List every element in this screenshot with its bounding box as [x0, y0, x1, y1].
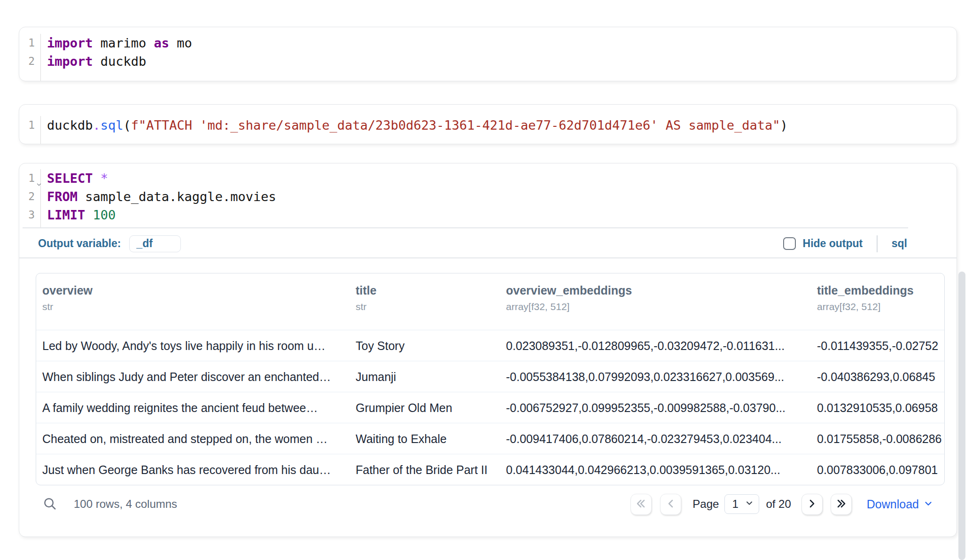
table-footer: 100 rows, 4 columns Page 1 of 20 [19, 489, 957, 520]
output-divider [19, 257, 957, 258]
function-token: sql [101, 118, 124, 132]
code-token: sample_data.kaggle.movies [78, 189, 276, 204]
cell-overview-embeddings: -0.006752927,0.099952355,-0.009982588,-0… [506, 392, 811, 423]
line-number: 3 [19, 206, 35, 224]
next-page-button[interactable] [801, 494, 823, 515]
line-number: 1 [19, 34, 35, 52]
page-number-select[interactable]: 1 [724, 494, 759, 514]
code-line: LIMIT 100 [47, 206, 276, 224]
column-header-overview-embeddings[interactable]: overview_embeddings array[f32, 512] [506, 273, 632, 312]
cell-title-embeddings: 0.007833006,0.097801 [817, 454, 944, 485]
cell-title: Father of the Bride Part II [356, 454, 501, 485]
code-editor[interactable]: 1 2 3 SELECT * FROM sample_data.kaggle.m… [19, 163, 957, 227]
cell-overview: A family wedding reignites the ancient f… [42, 392, 352, 423]
keyword-token: LIMIT [47, 208, 93, 222]
toolbar-divider [877, 235, 878, 252]
code-line: duckdb.sql(f"ATTACH 'md:_share/sample_da… [47, 116, 788, 134]
cell-toolbar-right: Hide output sql [783, 235, 907, 252]
column-type: str [42, 301, 93, 312]
cell-overview-embeddings: 0.023089351,-0.012809965,-0.03209472,-0.… [506, 330, 811, 361]
code-content: duckdb.sql(f"ATTACH 'md:_share/sample_da… [41, 116, 788, 144]
line-number-gutter: 1 [19, 116, 41, 144]
cell-overview: Cheated on, mistreated and stepped on, t… [42, 423, 352, 454]
code-line: import marimo as mo [47, 34, 192, 52]
sql-cell: 1 2 3 SELECT * FROM sample_data.kaggle.m… [19, 163, 957, 537]
column-type: array[f32, 512] [506, 301, 632, 312]
keyword-token: import [47, 36, 93, 50]
string-token: f"ATTACH 'md:_share/sample_data/23b0d623… [131, 118, 780, 132]
code-editor[interactable]: 1 2 import marimo as mo import duckdb [19, 27, 957, 81]
pagination: Page 1 of 20 Download [630, 494, 933, 515]
page-scrollbar-thumb[interactable] [958, 272, 965, 560]
chevrons-right-icon [835, 498, 847, 511]
editor-divider [23, 227, 908, 228]
line-number-gutter: 1 2 [19, 34, 41, 81]
code-token: mo [169, 36, 192, 50]
code-content: import marimo as mo import duckdb [41, 34, 192, 81]
code-content: SELECT * FROM sample_data.kaggle.movies … [41, 169, 276, 227]
table-row[interactable]: Just when George Banks has recovered fro… [36, 454, 944, 485]
table-row[interactable]: Cheated on, mistreated and stepped on, t… [36, 423, 944, 454]
code-line: import duckdb [47, 52, 192, 70]
hide-output-label: Hide output [803, 237, 863, 250]
table-row[interactable]: A family wedding reignites the ancient f… [36, 392, 944, 423]
last-page-button[interactable] [831, 494, 852, 515]
search-icon [43, 497, 57, 512]
cell-title-embeddings: 0.01755858,-0.0086286 [817, 423, 944, 454]
marimo-notebook: 1 2 import marimo as mo import duckdb 1 … [0, 0, 980, 560]
results-table: overview str title str overview_embeddin… [36, 273, 945, 485]
column-header-overview[interactable]: overview str [42, 273, 93, 312]
cell-overview-embeddings: 0.041433044,0.042966213,0.0039591365,0.0… [506, 454, 811, 485]
line-number: 1 [19, 116, 35, 134]
download-button[interactable]: Download [867, 497, 933, 512]
code-line: SELECT * [47, 169, 276, 187]
column-header-title[interactable]: title str [356, 273, 376, 312]
operator-token: * [101, 171, 108, 186]
keyword-token: FROM [47, 189, 78, 204]
chevron-left-icon [665, 498, 677, 511]
page-label: Page [692, 498, 719, 511]
table-row[interactable]: Led by Woody, Andy's toys live happily i… [36, 330, 944, 361]
code-token: duckdb [47, 118, 93, 132]
operator-token: . [93, 118, 101, 132]
output-variable-input[interactable] [129, 235, 181, 252]
code-token: duckdb [93, 54, 147, 69]
keyword-token: SELECT [47, 171, 101, 186]
cell-title: Toy Story [356, 330, 501, 361]
cell-overview: Just when George Banks has recovered fro… [42, 454, 352, 485]
column-type: array[f32, 512] [817, 301, 914, 312]
chevron-down-icon [923, 498, 933, 512]
line-number: 2 [19, 187, 35, 206]
cell-overview: When siblings Judy and Peter discover an… [42, 361, 352, 392]
page-number-value: 1 [732, 498, 745, 511]
chevron-right-icon [806, 498, 817, 511]
code-line: FROM sample_data.kaggle.movies [47, 187, 276, 206]
cell-toolbar: Output variable: Hide output sql [19, 230, 957, 257]
line-number: 1 [19, 169, 35, 187]
code-cell-attach: 1 duckdb.sql(f"ATTACH 'md:_share/sample_… [19, 104, 957, 144]
keyword-token: as [154, 36, 170, 50]
column-header-title-embeddings[interactable]: title_embeddings array[f32, 512] [817, 273, 914, 312]
cell-overview: Led by Woody, Andy's toys live happily i… [42, 330, 352, 361]
row-count-label: 100 rows, 4 columns [74, 498, 177, 511]
number-token: 100 [93, 208, 116, 222]
first-page-button[interactable] [630, 494, 652, 515]
code-token: marimo [93, 36, 154, 50]
output-variable-label: Output variable: [38, 237, 121, 250]
cell-title: Waiting to Exhale [356, 423, 501, 454]
cell-title: Jumanji [356, 361, 501, 392]
line-number: 2 [19, 52, 35, 70]
fold-chevron-icon[interactable] [36, 175, 42, 194]
download-label: Download [867, 498, 919, 511]
code-cell-imports: 1 2 import marimo as mo import duckdb [19, 27, 957, 81]
cell-overview-embeddings: -0.0055384138,0.07992093,0.023316627,0.0… [506, 361, 811, 392]
previous-page-button[interactable] [660, 494, 681, 515]
table-row[interactable]: When siblings Judy and Peter discover an… [36, 361, 944, 392]
column-type: str [356, 301, 376, 312]
search-button[interactable] [43, 497, 57, 512]
cell-title: Grumpier Old Men [356, 392, 501, 423]
chevron-down-icon [745, 498, 754, 510]
hide-output-checkbox[interactable] [783, 237, 796, 250]
table-header-row: overview str title str overview_embeddin… [36, 273, 944, 330]
code-editor[interactable]: 1 duckdb.sql(f"ATTACH 'md:_share/sample_… [19, 105, 957, 144]
